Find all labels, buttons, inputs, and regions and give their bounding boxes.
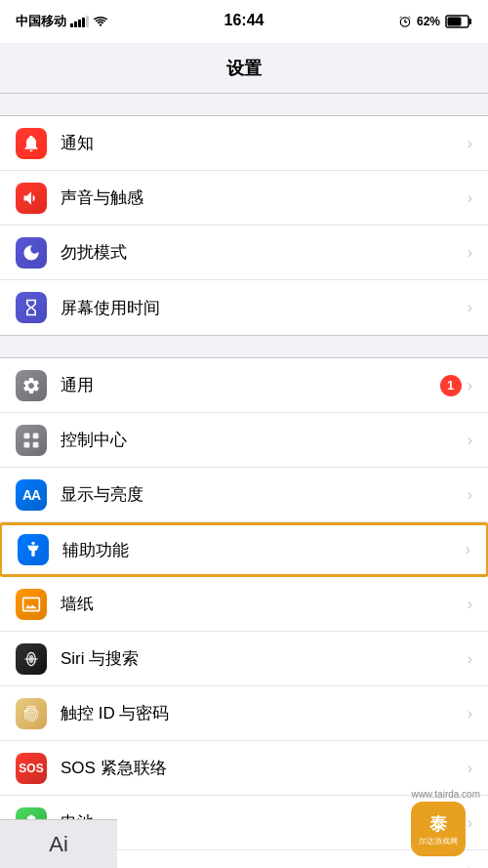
list-item-zhiwen[interactable]: 触控 ID 与密码 › [0,686,488,741]
ai-partial-item: Ai [0,819,117,868]
kongzhi-chevron: › [468,432,472,449]
accessibility-icon [23,540,43,559]
biezhi-icon [16,589,47,620]
time-display: 16:44 [224,12,264,29]
wufang-label: 勿扰模式 [61,241,468,264]
list-item-xianshi[interactable]: AA 显示与亮度 › [0,468,488,522]
svg-line-4 [408,17,410,19]
bell-icon [21,134,41,153]
wufang-right: › [468,244,472,262]
status-bar: 中国移动 16:44 62% [0,0,488,43]
sound-icon [21,188,41,208]
nav-bar: 设置 [0,43,488,94]
signal-icon [70,16,89,27]
xianshi-chevron: › [468,486,472,504]
yinsi-label: 隐私 [61,859,468,869]
svg-line-3 [400,17,402,19]
svg-rect-9 [33,433,39,438]
svg-rect-6 [469,19,472,24]
siri-right: › [468,650,472,668]
list-item-shengyin[interactable]: 声音与触感 › [0,171,488,226]
xianshi-right: › [468,486,472,504]
wufang-icon [16,237,47,269]
control-center-icon [21,431,41,450]
watermark: www.tairda.com 泰 尔达游戏网 [411,789,480,856]
moon-icon [21,243,41,263]
svg-rect-11 [33,441,39,447]
carrier-text: 中国移动 [16,13,66,30]
diandian-label: 电池 [61,811,468,834]
fuzhu-chevron: › [466,541,470,558]
siri-icon [16,643,47,675]
list-item-wufang[interactable]: 勿扰模式 › [0,226,488,280]
sos-label: SOS 紧急联络 [61,757,468,779]
kongzhi-label: 控制中心 [61,429,468,451]
sos-icon: SOS [16,753,47,784]
status-right: 62% [398,15,472,28]
list-item-siri[interactable]: Siri 与搜索 › [0,632,488,686]
list-item-kongzhi[interactable]: 控制中心 › [0,413,488,468]
gear-icon [21,376,41,395]
list-item-tongzhi[interactable]: 通知 › [0,116,488,171]
sos-right: › [468,760,472,777]
pingmu-icon [16,292,47,323]
biezhi-right: › [468,596,472,613]
xianshi-icon: AA [16,479,47,511]
yinsi-right: › [468,861,472,868]
shengyin-right: › [468,189,472,207]
svg-rect-7 [448,18,462,26]
shengyin-label: 声音与触感 [61,186,468,209]
svg-rect-10 [24,441,30,447]
tongyong-label: 通用 [61,374,440,396]
pingmu-chevron: › [468,299,472,316]
alarm-icon [398,15,412,28]
battery-percentage: 62% [417,15,440,28]
fuzhu-label: 辅助功能 [62,539,466,561]
aa-text: AA [22,487,40,503]
siri-glyph [21,649,41,669]
wufang-chevron: › [468,244,472,262]
kongzhi-icon [16,425,47,456]
watermark-logo: 泰 尔达游戏网 [411,802,466,856]
settings-content: 通知 › 声音与触感 › [0,115,488,868]
svg-point-12 [31,542,34,545]
list-item-fuzhu[interactable]: 辅助功能 › [0,522,488,577]
ai-label: Ai [49,832,68,857]
tongzhi-icon [16,128,47,159]
zhiwen-icon [16,698,47,729]
section-list-1: 通知 › 声音与触感 › [0,115,488,336]
biezhi-label: 墙纸 [61,593,468,615]
biezhi-chevron: › [468,596,472,613]
zhiwen-right: › [468,705,472,723]
tongyong-chevron: › [468,377,472,394]
sos-text: SOS [19,762,43,775]
fuzhu-right: › [466,541,470,558]
hourglass-icon [21,298,41,317]
wifi-icon [93,16,108,27]
list-item-biezhi[interactable]: 墙纸 › [0,577,488,632]
svg-rect-8 [24,433,30,438]
tongzhi-label: 通知 [61,132,468,154]
zhiwen-chevron: › [468,705,472,723]
status-left: 中国移动 [16,13,108,30]
yinsi-chevron: › [468,861,472,868]
shengyin-icon [16,183,47,214]
fingerprint-icon [21,704,41,723]
tongyong-badge: 1 [440,375,462,396]
tongzhi-right: › [468,135,472,152]
list-item-pingmu[interactable]: 屏幕使用时间 › [0,280,488,335]
watermark-logo-sub: 尔达游戏网 [419,836,458,847]
pingmu-label: 屏幕使用时间 [61,297,468,319]
tongyong-icon [16,370,47,401]
siri-label: Siri 与搜索 [61,647,468,670]
watermark-site: www.tairda.com [411,789,480,800]
list-item-tongyong[interactable]: 通用 1 › [0,358,488,413]
tongyong-right: 1 › [440,375,472,396]
siri-chevron: › [468,650,472,668]
tongzhi-chevron: › [468,135,472,152]
shengyin-chevron: › [468,189,472,207]
watermark-logo-text: 泰 [429,812,447,836]
sos-chevron: › [468,760,472,777]
section-notifications: 通知 › 声音与触感 › [0,115,488,336]
list-item-sos[interactable]: SOS SOS 紧急联络 › [0,741,488,796]
